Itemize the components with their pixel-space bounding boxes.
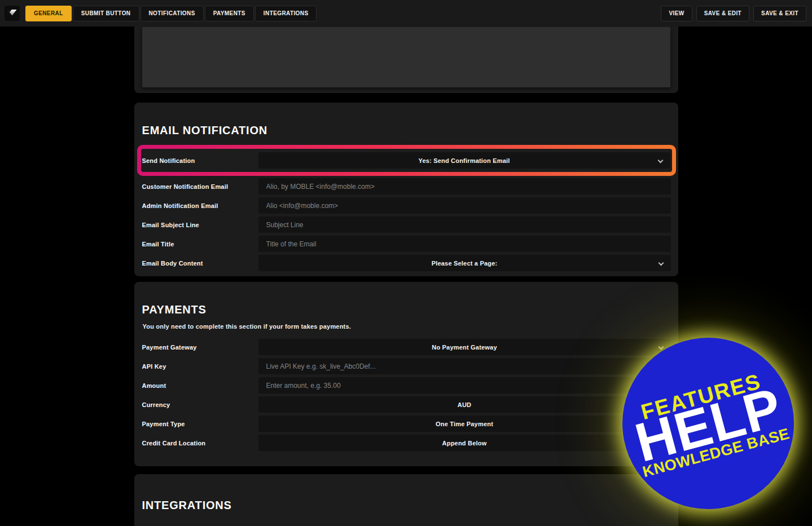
form-row: Payment Type One Time Payment (142, 416, 671, 432)
top-bar: GENERAL SUBMIT BUTTON NOTIFICATIONS PAYM… (0, 0, 812, 26)
form-row: Payment Gateway No Payment Gateway (142, 339, 671, 355)
highlighted-row: Send Notification Yes: Send Confirmation… (141, 149, 672, 172)
email-body-content-value: Please Select a Page: (432, 260, 498, 267)
customer-notification-email-label: Customer Notification Email (142, 183, 258, 190)
form-row: Admin Notification Email (142, 197, 671, 214)
panel-email-notification: EMAIL NOTIFICATION Send Notification Yes… (134, 103, 678, 276)
admin-notification-email-input[interactable] (258, 197, 671, 214)
panel-partial-top (134, 26, 678, 93)
form-row: Currency AUD (142, 396, 671, 413)
highlight-annotation: Send Notification Yes: Send Confirmation… (137, 145, 676, 176)
payment-gateway-label: Payment Gateway (142, 344, 258, 351)
form-row: Email Subject Line (142, 216, 671, 233)
email-body-content-label: Email Body Content (142, 260, 258, 267)
customer-notification-email-input[interactable] (258, 178, 671, 195)
chevron-down-icon (657, 158, 663, 163)
credit-card-location-label: Credit Card Location (142, 440, 258, 447)
send-notification-select[interactable]: Yes: Send Confirmation Email (258, 152, 670, 169)
view-button[interactable]: VIEW (661, 6, 692, 21)
moble-logo-icon (6, 7, 18, 19)
send-notification-value: Yes: Send Confirmation Email (418, 157, 510, 164)
moble-logo[interactable] (5, 6, 20, 21)
payment-type-select[interactable]: One Time Payment (258, 416, 671, 432)
save-exit-button[interactable]: SAVE & EXIT (753, 6, 806, 21)
form-row: Customer Notification Email (142, 178, 671, 195)
content-placeholder-box (142, 27, 670, 87)
tab-payments[interactable]: PAYMENTS (205, 6, 254, 21)
integrations-title: INTEGRATIONS (142, 499, 671, 512)
form-row: Send Notification Yes: Send Confirmation… (142, 152, 670, 169)
credit-card-location-value: Append Below (442, 440, 487, 447)
payment-type-label: Payment Type (142, 421, 258, 427)
payment-gateway-select[interactable]: No Payment Gateway (258, 339, 671, 355)
api-key-label: API Key (142, 363, 258, 370)
email-notification-title: EMAIL NOTIFICATION (142, 124, 671, 137)
email-title-input[interactable] (258, 236, 671, 252)
form-row: API Key (142, 358, 671, 374)
api-key-input[interactable] (258, 358, 671, 374)
topbar-actions: VIEW SAVE & EDIT SAVE & EXIT (661, 6, 806, 21)
amount-label: Amount (142, 382, 258, 389)
main-content: EMAIL NOTIFICATION Send Notification Yes… (134, 26, 678, 526)
email-subject-line-label: Email Subject Line (142, 222, 258, 228)
tab-notifications[interactable]: NOTIFICATIONS (141, 6, 204, 21)
tab-submit-button[interactable]: SUBMIT BUTTON (73, 6, 139, 21)
currency-value: AUD (458, 401, 471, 408)
help-badge-text: FEATURES HELP KNOWLEDGE BASE (625, 366, 791, 480)
chevron-down-icon (658, 260, 664, 266)
form-row: Credit Card Location Append Below (142, 435, 671, 451)
currency-label: Currency (142, 401, 258, 408)
form-row: Email Title (142, 236, 671, 252)
credit-card-location-select[interactable]: Append Below (258, 435, 671, 451)
payment-gateway-value: No Payment Gateway (432, 344, 497, 351)
save-edit-button[interactable]: SAVE & EDIT (696, 6, 749, 21)
tab-general[interactable]: GENERAL (25, 6, 72, 21)
email-subject-line-input[interactable] (258, 216, 671, 233)
payments-title: PAYMENTS (142, 303, 671, 316)
email-body-content-select[interactable]: Please Select a Page: (258, 255, 671, 271)
panel-integrations: INTEGRATIONS (134, 474, 678, 526)
chevron-down-icon (658, 344, 664, 350)
amount-input[interactable] (258, 377, 671, 394)
payment-type-value: One Time Payment (436, 421, 493, 427)
form-row: Email Body Content Please Select a Page: (142, 255, 671, 271)
admin-notification-email-label: Admin Notification Email (142, 202, 258, 209)
email-title-label: Email Title (142, 241, 258, 247)
tab-integrations[interactable]: INTEGRATIONS (255, 6, 317, 21)
send-notification-label: Send Notification (142, 157, 258, 164)
panel-payments: PAYMENTS You only need to complete this … (134, 282, 678, 466)
tab-bar: GENERAL SUBMIT BUTTON NOTIFICATIONS PAYM… (25, 6, 317, 21)
form-row: Amount (142, 377, 671, 394)
help-badge[interactable]: FEATURES HELP KNOWLEDGE BASE (622, 338, 794, 509)
currency-select[interactable]: AUD (258, 396, 671, 413)
payments-note: You only need to complete this section i… (143, 323, 671, 330)
